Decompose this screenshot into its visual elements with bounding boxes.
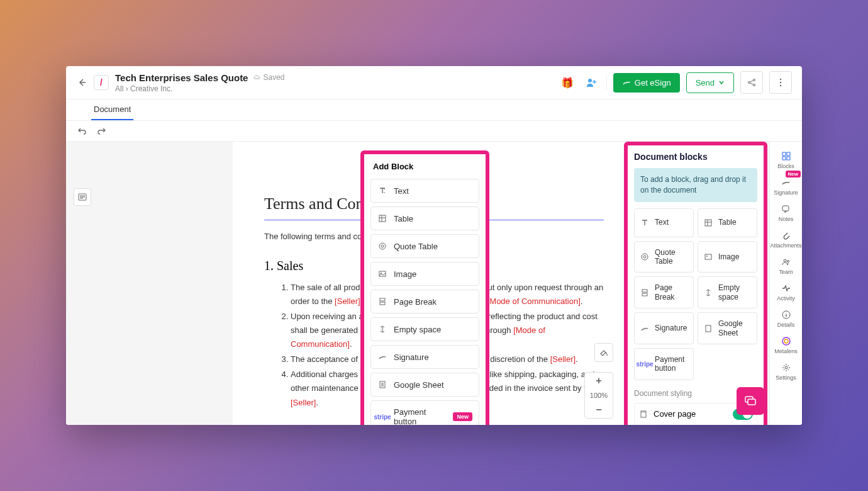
more-menu-button[interactable] [769, 71, 792, 94]
block-tile-payment-button[interactable]: stripePayment button [634, 348, 694, 380]
empty-space-icon [377, 324, 387, 334]
svg-point-37 [785, 366, 787, 369]
undo-button[interactable] [76, 125, 89, 137]
send-button[interactable]: Send [686, 72, 734, 93]
tabs-row: Document [66, 99, 802, 121]
text-icon [640, 218, 650, 228]
document-title[interactable]: Tech Enterprises Sales Quote [115, 72, 248, 83]
gift-icon[interactable]: 🎁 [559, 74, 576, 91]
stripe-icon: stripe [640, 359, 650, 369]
svg-point-11 [381, 245, 384, 247]
chat-fab[interactable] [737, 387, 764, 415]
svg-point-2 [748, 82, 750, 84]
attachments-icon [781, 230, 792, 241]
popup-item-signature[interactable]: Signature [370, 345, 479, 369]
svg-point-4 [780, 79, 781, 80]
share-button[interactable] [740, 71, 763, 94]
svg-point-3 [754, 84, 755, 86]
saved-status: Saved [253, 73, 284, 82]
breadcrumb[interactable]: All › Creative Inc. [115, 84, 552, 93]
google-sheet-icon [703, 324, 713, 334]
zoom-in-button[interactable]: + [591, 373, 606, 389]
popup-item-payment-button[interactable]: stripePayment buttonNew [370, 400, 479, 425]
svg-rect-9 [379, 215, 386, 222]
details-icon [781, 309, 792, 320]
stripe-icon: stripe [377, 412, 387, 422]
gear-icon [781, 362, 792, 373]
activity-icon [781, 283, 792, 294]
svg-rect-28 [787, 152, 790, 155]
table-icon [703, 218, 713, 228]
rail-metalens[interactable]: Metalens [770, 332, 802, 358]
add-block-popup: Add Block Text Table Quote Table Image P… [360, 150, 489, 425]
svg-point-36 [784, 339, 788, 343]
tab-document[interactable]: Document [91, 99, 133, 120]
quote-table-icon [640, 252, 650, 262]
side-panel-hint: To add a block, drag and drop it on the … [634, 168, 757, 202]
image-icon [703, 252, 713, 262]
popup-item-page-break[interactable]: Page Break [370, 290, 479, 313]
rail-details[interactable]: Details [770, 305, 802, 332]
svg-rect-31 [782, 206, 789, 211]
block-tile-image[interactable]: Image [698, 241, 757, 273]
rail-signature[interactable]: New Signature [770, 173, 802, 200]
block-tile-empty-space[interactable]: Empty space [698, 276, 757, 308]
block-tile-google-sheet[interactable]: Google Sheet [698, 312, 757, 344]
svg-point-33 [787, 261, 789, 262]
svg-rect-26 [641, 411, 646, 413]
page-break-icon [377, 296, 387, 307]
rail-blocks[interactable]: Blocks [770, 147, 802, 173]
signature-icon [377, 352, 387, 362]
svg-rect-23 [642, 293, 647, 296]
svg-rect-20 [705, 254, 711, 259]
google-sheet-icon [377, 380, 387, 390]
rail-settings[interactable]: Settings [770, 358, 802, 385]
svg-point-32 [784, 259, 786, 262]
popup-item-quote-table[interactable]: Quote Table [370, 234, 479, 258]
side-panel-title: Document blocks [634, 152, 757, 162]
zoom-controls: + 100% − [584, 372, 613, 419]
block-tile-table[interactable]: Table [698, 208, 757, 237]
popup-item-empty-space[interactable]: Empty space [370, 317, 479, 341]
document-blocks-panel: Document blocks To add a block, drag and… [624, 142, 767, 425]
popup-item-table[interactable]: Table [370, 206, 479, 230]
popup-item-image[interactable]: Image [370, 262, 479, 286]
popup-item-text[interactable]: Text [370, 179, 479, 203]
popup-item-google-sheet[interactable]: Google Sheet [370, 373, 479, 397]
svg-rect-24 [706, 325, 711, 332]
block-tile-page-break[interactable]: Page Break [634, 276, 694, 308]
svg-rect-39 [748, 399, 755, 405]
zoom-out-button[interactable]: − [591, 402, 606, 418]
empty-space-icon [703, 288, 713, 298]
svg-rect-14 [380, 298, 385, 301]
new-badge: New [453, 412, 472, 421]
get-esign-button[interactable]: Get eSign [613, 73, 680, 93]
redo-button[interactable] [95, 125, 108, 137]
block-tile-signature[interactable]: Signature [634, 312, 694, 344]
block-tile-text[interactable]: Text [634, 208, 694, 237]
add-user-icon[interactable] [582, 74, 600, 91]
svg-rect-30 [787, 157, 790, 160]
metalens-icon [781, 336, 792, 347]
rail-activity[interactable]: Activity [770, 279, 802, 305]
rail-notes[interactable]: Notes [770, 200, 802, 226]
svg-point-10 [379, 243, 386, 249]
block-tile-quote-table[interactable]: Quote Table [634, 241, 694, 273]
svg-point-19 [643, 256, 646, 258]
rail-attachments[interactable]: Attachments [770, 226, 802, 252]
svg-point-0 [588, 79, 592, 82]
right-rail: Blocks New Signature Notes Attachments T… [769, 142, 802, 425]
toolbar [66, 121, 802, 142]
theme-button[interactable] [594, 343, 613, 362]
svg-rect-15 [380, 302, 385, 305]
quote-table-icon [377, 241, 387, 251]
outline-button[interactable] [74, 188, 91, 206]
team-icon [781, 256, 792, 268]
back-button[interactable] [76, 77, 87, 88]
signature-icon [781, 177, 792, 188]
page-break-icon [640, 288, 650, 298]
svg-rect-29 [782, 157, 786, 160]
signature-icon [640, 324, 650, 334]
svg-point-21 [706, 256, 708, 257]
rail-team[interactable]: Team [770, 252, 802, 279]
